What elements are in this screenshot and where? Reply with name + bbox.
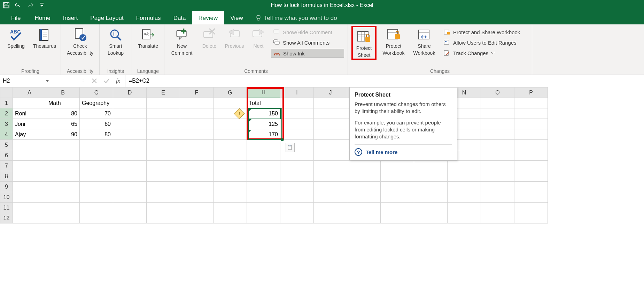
cell-N11[interactable] <box>448 203 481 213</box>
cell-I1[interactable] <box>280 98 314 108</box>
cell-F2[interactable] <box>180 108 214 119</box>
cell-D7[interactable] <box>113 161 147 171</box>
cell-K12[interactable] <box>347 213 381 223</box>
cell-I6[interactable] <box>280 150 314 161</box>
cell-O2[interactable] <box>481 108 514 119</box>
cell-D1[interactable] <box>113 98 147 108</box>
cell-N9[interactable] <box>448 182 481 192</box>
cell-O10[interactable] <box>481 192 514 203</box>
cell-B8[interactable] <box>46 171 80 182</box>
col-header-D[interactable]: D <box>113 88 147 98</box>
col-header-E[interactable]: E <box>147 88 180 98</box>
col-header-I[interactable]: I <box>280 88 314 98</box>
tab-data[interactable]: Data <box>167 11 192 24</box>
cell-L11[interactable] <box>381 203 414 213</box>
cell-F10[interactable] <box>180 192 214 203</box>
cell-G6[interactable] <box>214 150 247 161</box>
enter-icon[interactable] <box>103 78 110 83</box>
cell-P3[interactable] <box>514 119 548 129</box>
cell-B5[interactable] <box>46 140 80 150</box>
cell-C9[interactable] <box>80 182 113 192</box>
cell-D12[interactable] <box>113 213 147 223</box>
cell-C12[interactable] <box>80 213 113 223</box>
cell-I12[interactable] <box>280 213 314 223</box>
cell-B10[interactable] <box>46 192 80 203</box>
cell-E5[interactable] <box>147 140 180 150</box>
cell-P11[interactable] <box>514 203 548 213</box>
cell-O4[interactable] <box>481 129 514 140</box>
cell-L12[interactable] <box>381 213 414 223</box>
cell-I9[interactable] <box>280 182 314 192</box>
cell-A10[interactable] <box>13 192 46 203</box>
col-header-B[interactable]: B <box>46 88 80 98</box>
row-header-9[interactable]: 9 <box>0 182 13 192</box>
cell-A12[interactable] <box>13 213 46 223</box>
cell-O7[interactable] <box>481 161 514 171</box>
cell-C2[interactable]: 70 <box>80 108 113 119</box>
thesaurus-button[interactable]: Thesaurus <box>32 26 57 49</box>
cell-L7[interactable] <box>381 161 414 171</box>
cell-C4[interactable]: 80 <box>80 129 113 140</box>
cell-L8[interactable] <box>381 171 414 182</box>
cell-F8[interactable] <box>180 171 214 182</box>
cell-E2[interactable] <box>147 108 180 119</box>
cell-D9[interactable] <box>113 182 147 192</box>
spelling-button[interactable]: ABC Spelling <box>3 26 29 49</box>
cell-B12[interactable] <box>46 213 80 223</box>
cell-I10[interactable] <box>280 192 314 203</box>
cell-A4[interactable]: Ajay <box>13 129 46 140</box>
cell-I7[interactable] <box>280 161 314 171</box>
paste-options-button[interactable] <box>286 143 295 152</box>
cell-M12[interactable] <box>414 213 448 223</box>
selection-fill-handle[interactable] <box>281 138 284 141</box>
cell-F3[interactable] <box>180 119 214 129</box>
cell-D5[interactable] <box>113 140 147 150</box>
cell-H6[interactable] <box>247 150 280 161</box>
cell-M10[interactable] <box>414 192 448 203</box>
tab-formulas[interactable]: Formulas <box>130 11 167 24</box>
cell-J6[interactable] <box>314 150 347 161</box>
allow-edit-ranges-button[interactable]: Allow Users to Edit Ranges <box>441 38 528 47</box>
cell-J1[interactable] <box>314 98 347 108</box>
cell-F1[interactable] <box>180 98 214 108</box>
cancel-icon[interactable] <box>92 78 97 84</box>
cell-F7[interactable] <box>180 161 214 171</box>
cell-B2[interactable]: 80 <box>46 108 80 119</box>
row-header-3[interactable]: 3 <box>0 119 13 129</box>
save-icon[interactable] <box>3 2 10 9</box>
cell-B3[interactable]: 65 <box>46 119 80 129</box>
tell-me-search[interactable]: Tell me what you want to do <box>249 11 343 24</box>
redo-icon[interactable] <box>26 2 33 9</box>
cell-M11[interactable] <box>414 203 448 213</box>
cell-P8[interactable] <box>514 171 548 182</box>
cell-J11[interactable] <box>314 203 347 213</box>
cell-I8[interactable] <box>280 171 314 182</box>
cell-P12[interactable] <box>514 213 548 223</box>
row-header-7[interactable]: 7 <box>0 161 13 171</box>
cell-G12[interactable] <box>214 213 247 223</box>
cell-J3[interactable] <box>314 119 347 129</box>
cell-C5[interactable] <box>80 140 113 150</box>
cell-I2[interactable] <box>280 108 314 119</box>
cell-G7[interactable] <box>214 161 247 171</box>
cell-B11[interactable] <box>46 203 80 213</box>
tab-insert[interactable]: Insert <box>57 11 84 24</box>
cell-G11[interactable] <box>214 203 247 213</box>
track-changes-button[interactable]: Track Changes <box>441 49 528 57</box>
row-header-1[interactable]: 1 <box>0 98 13 108</box>
cell-B7[interactable] <box>46 161 80 171</box>
cell-L10[interactable] <box>381 192 414 203</box>
customize-qat-icon[interactable] <box>38 2 45 9</box>
cell-D8[interactable] <box>113 171 147 182</box>
cell-J9[interactable] <box>314 182 347 192</box>
cell-P6[interactable] <box>514 150 548 161</box>
cell-F12[interactable] <box>180 213 214 223</box>
cell-A1[interactable] <box>13 98 46 108</box>
cell-I3[interactable] <box>280 119 314 129</box>
cell-G3[interactable] <box>214 119 247 129</box>
cell-H5[interactable] <box>247 140 280 150</box>
col-header-F[interactable]: F <box>180 88 214 98</box>
protect-share-workbook-button[interactable]: Protect and Share Workbook <box>441 28 528 36</box>
cell-H7[interactable] <box>247 161 280 171</box>
cell-J4[interactable] <box>314 129 347 140</box>
